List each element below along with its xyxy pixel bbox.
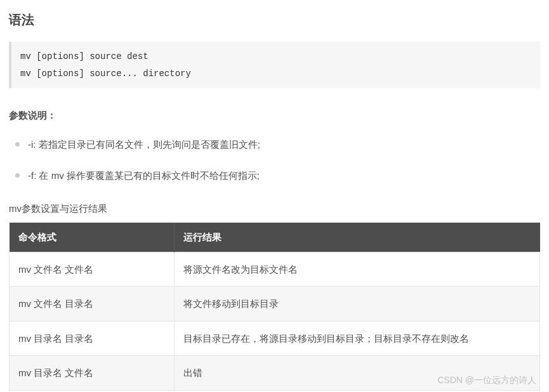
table-cell: 目标目录已存在，将源目录移动到目标目录；目标目录不存在则改名 xyxy=(175,321,540,356)
table-cell: 出错 xyxy=(175,356,540,391)
table-row: mv 文件名 文件名 将源文件名改为目标文件名 xyxy=(10,252,540,287)
table-row: mv 目录名 目录名 目标目录已存在，将源目录移动到目标目录；目标目录不存在则改… xyxy=(10,321,540,356)
params-list: -i: 若指定目录已有同名文件，则先询问是否覆盖旧文件; -f: 在 mv 操作… xyxy=(9,136,540,184)
list-item: -i: 若指定目录已有同名文件，则先询问是否覆盖旧文件; xyxy=(9,136,540,153)
params-label: 参数说明： xyxy=(9,107,540,124)
table-cell: 将源文件名改为目标文件名 xyxy=(175,252,540,287)
table-row: mv 目录名 文件名 出错 xyxy=(10,356,540,391)
list-item: -f: 在 mv 操作要覆盖某已有的目标文件时不给任何指示; xyxy=(9,167,540,184)
table-cell: mv 文件名 目录名 xyxy=(10,287,175,322)
table-cell: mv 目录名 目录名 xyxy=(10,321,175,356)
code-line: mv [options] source dest xyxy=(20,51,149,62)
code-line: mv [options] source... directory xyxy=(20,69,191,79)
table-cell: mv 文件名 文件名 xyxy=(10,252,175,287)
table-header: 运行结果 xyxy=(175,223,540,252)
syntax-heading: 语法 xyxy=(9,9,540,30)
table-caption: mv参数设置与运行结果 xyxy=(9,200,540,217)
code-block: mv [options] source dest mv [options] so… xyxy=(9,42,540,88)
table-cell: mv 目录名 文件名 xyxy=(10,356,175,391)
table-row: mv 文件名 目录名 将文件移动到目标目录 xyxy=(10,287,540,322)
table-cell: 将文件移动到目标目录 xyxy=(175,287,540,322)
mv-table: 命令格式 运行结果 mv 文件名 文件名 将源文件名改为目标文件名 mv 文件名… xyxy=(9,223,540,391)
table-header: 命令格式 xyxy=(10,223,175,252)
